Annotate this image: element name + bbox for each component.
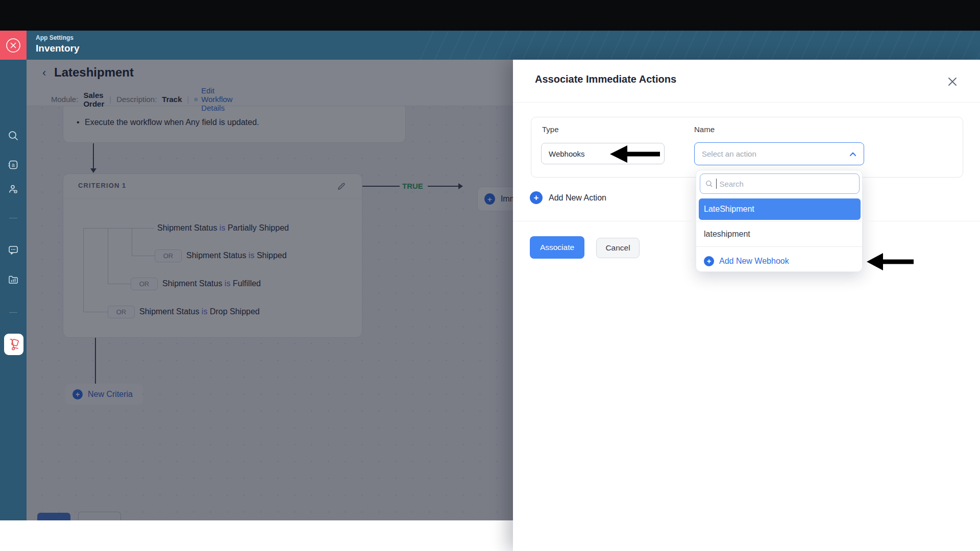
sidebar: a [0,60,27,520]
add-new-action-label: Add New Action [549,193,606,203]
dropdown-option-lateshipment-selected[interactable]: LateShipment [699,198,861,220]
modal-title: Associate Immediate Actions [535,73,676,85]
modal-header-divider [513,102,980,103]
name-select-placeholder: Select an action [702,149,756,158]
sidebar-item-inventory-active[interactable] [4,334,23,355]
svg-text:a: a [12,162,15,168]
dropdown-option-lateshipment[interactable]: lateshipment [704,230,750,239]
name-label: Name [694,125,715,134]
search-input[interactable] [719,180,854,188]
app-settings-label: App Settings [36,34,74,41]
sidebar-item-customization[interactable]: a [0,159,27,170]
circle-x-icon [5,37,21,54]
chevron-up-icon [849,152,856,157]
add-new-webhook-button[interactable]: + Add New Webhook [704,256,789,266]
plus-icon: + [530,191,543,204]
modal-close-button[interactable] [946,75,959,88]
dropdown-search-field[interactable] [700,173,860,194]
browser-top-bar [0,0,980,31]
dropdown-divider [696,246,863,247]
user-settings-icon [8,184,19,195]
plus-icon: + [704,256,714,266]
name-select[interactable]: Select an action [694,142,864,165]
cancel-button[interactable]: Cancel [596,238,640,258]
type-label: Type [542,125,559,134]
close-app-settings-button[interactable] [0,31,27,60]
sidebar-item-users[interactable] [0,184,27,195]
modal-footer-divider [513,221,980,221]
add-new-webhook-label: Add New Webhook [719,257,789,266]
app-header: App Settings Inventory [0,31,980,60]
inventory-handtruck-icon [8,338,20,351]
sidebar-item-search[interactable] [0,130,27,141]
search-icon [8,130,19,141]
type-select-value: Webhooks [549,149,585,158]
app-name: Inventory [36,43,80,54]
chat-icon [8,244,19,256]
modal-backdrop [27,60,513,520]
sidebar-item-reports[interactable] [0,274,27,285]
add-new-action-button[interactable]: + Add New Action [530,191,606,204]
associate-button[interactable]: Associate [530,236,584,259]
reports-folder-icon [8,274,19,285]
sidebar-divider [9,312,17,313]
header-wave-pattern [419,31,980,60]
sidebar-divider [9,218,17,218]
search-icon [705,180,713,188]
annotation-arrow-add-new-webhook [866,251,915,272]
customization-icon: a [8,159,19,170]
app-window: App Settings Inventory a [0,0,980,551]
sidebar-item-chat[interactable] [0,244,27,256]
associate-immediate-actions-modal: Associate Immediate Actions Type Webhook… [513,60,980,551]
text-cursor [716,179,717,189]
annotation-arrow-webhooks [609,143,661,165]
close-icon [947,77,958,87]
